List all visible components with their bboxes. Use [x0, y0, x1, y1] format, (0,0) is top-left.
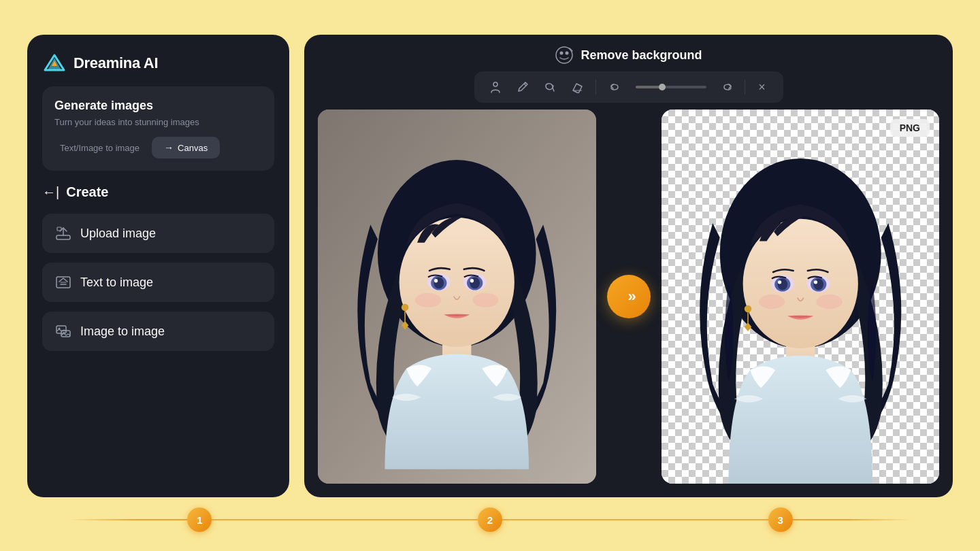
- logo-text: Dreamina AI: [74, 54, 158, 72]
- svg-point-29: [470, 279, 474, 282]
- image-to-image-label: Image to image: [80, 324, 165, 339]
- step-2: 2: [478, 507, 502, 532]
- upload-label: Upload image: [80, 227, 156, 241]
- svg-point-16: [493, 82, 497, 86]
- toolbar-title-row: Remove background: [321, 46, 936, 65]
- svg-point-26: [434, 277, 444, 288]
- person-icon: [489, 81, 502, 93]
- brush-tool-btn[interactable]: [511, 76, 534, 99]
- undo-btn[interactable]: [603, 76, 626, 99]
- text-image-btn[interactable]: Text/Image to image: [54, 139, 145, 157]
- canvas-btn[interactable]: → Canvas: [152, 137, 220, 158]
- double-arrow-icon: »: [627, 288, 632, 305]
- svg-point-44: [758, 295, 784, 309]
- lasso-tool-btn[interactable]: [538, 76, 561, 99]
- svg-point-21: [399, 218, 514, 347]
- eraser-tool-btn[interactable]: [566, 76, 589, 99]
- menu-item-upload[interactable]: Upload image: [42, 214, 274, 253]
- canvas-arrow-icon: →: [164, 142, 174, 153]
- logo-icon: [42, 51, 67, 76]
- png-badge: PNG: [890, 119, 930, 137]
- create-label: Create: [66, 184, 108, 200]
- svg-rect-2: [56, 235, 70, 239]
- canvas-btn-label: Canvas: [178, 143, 208, 153]
- generate-title: Generate images: [54, 99, 262, 113]
- before-image-panel: [318, 110, 596, 484]
- panel-title: Remove background: [581, 48, 702, 63]
- svg-point-30: [415, 293, 441, 307]
- subject-tool-btn[interactable]: [484, 76, 507, 99]
- svg-point-32: [402, 304, 409, 312]
- svg-point-31: [473, 293, 499, 307]
- create-section: ←| Create: [42, 180, 274, 204]
- svg-point-27: [470, 277, 480, 288]
- step-3-num: 3: [778, 514, 783, 526]
- svg-point-46: [744, 305, 751, 313]
- svg-point-28: [434, 279, 438, 282]
- image-content-area: »: [304, 110, 953, 497]
- brush-size-slider-container: [630, 86, 712, 88]
- svg-point-43: [813, 280, 817, 284]
- right-panel: Remove background: [304, 35, 953, 497]
- toolbar-header: Remove background: [304, 35, 953, 110]
- before-image: [318, 110, 596, 484]
- process-arrow: »: [607, 275, 651, 318]
- after-image: [662, 110, 940, 484]
- left-panel: Dreamina AI Generate images Turn your id…: [27, 35, 289, 497]
- eraser-icon: [571, 81, 583, 93]
- close-btn[interactable]: ×: [751, 76, 774, 99]
- generate-card: Generate images Turn your ideas into stu…: [42, 86, 274, 171]
- toolbar-tools-row: ×: [474, 71, 783, 103]
- step-2-num: 2: [487, 514, 493, 526]
- text-to-image-icon: [56, 275, 71, 290]
- redo-icon: [721, 81, 734, 93]
- svg-point-12: [556, 47, 572, 63]
- svg-point-41: [813, 279, 823, 290]
- step-1-num: 1: [197, 514, 202, 526]
- svg-point-42: [777, 280, 781, 284]
- tool-separator: [595, 80, 596, 95]
- upload-icon: [56, 226, 71, 241]
- undo-icon: [608, 81, 621, 93]
- lasso-icon: [544, 81, 556, 93]
- generate-subtitle: Turn your ideas into stunning images: [54, 117, 262, 127]
- logo-area: Dreamina AI: [42, 51, 274, 76]
- menu-item-text-to-image[interactable]: Text to image: [42, 263, 274, 302]
- svg-point-13: [560, 52, 564, 55]
- after-image-panel: PNG: [662, 110, 940, 484]
- step-1: 1: [187, 507, 212, 532]
- remove-bg-icon: [555, 46, 574, 65]
- steps-bar: 1 2 3: [0, 507, 980, 532]
- redo-btn[interactable]: [716, 76, 739, 99]
- back-arrow-icon: ←|: [42, 184, 59, 200]
- menu-item-image-to-image[interactable]: Image to image: [42, 312, 274, 351]
- text-to-image-label: Text to image: [80, 276, 153, 290]
- svg-point-40: [777, 279, 787, 290]
- svg-point-14: [566, 52, 569, 55]
- step-3: 3: [768, 507, 793, 532]
- tool-separator-2: [745, 80, 745, 95]
- brush-icon: [517, 81, 529, 93]
- image-to-image-icon: [56, 324, 71, 339]
- svg-point-35: [742, 219, 858, 348]
- svg-point-45: [816, 295, 842, 309]
